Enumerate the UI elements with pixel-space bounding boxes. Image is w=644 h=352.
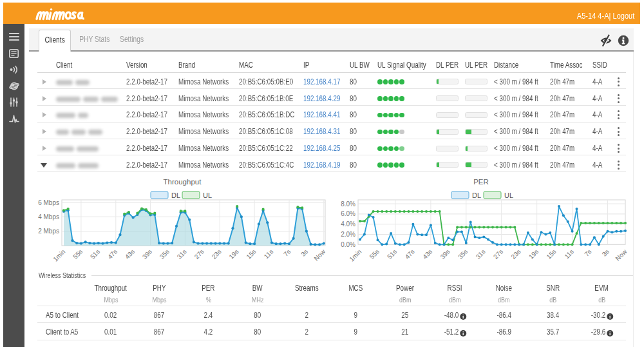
svg-text:UL: UL — [504, 191, 513, 199]
svg-text:Throughput: Throughput — [164, 178, 202, 186]
svg-text:11s: 11s — [563, 248, 575, 260]
svg-text:Now: Now — [614, 248, 628, 262]
svg-text:55s: 55s — [368, 248, 381, 260]
svg-text:1min: 1min — [52, 248, 66, 263]
svg-text:DL: DL — [171, 191, 180, 199]
svg-text:7s: 7s — [583, 248, 592, 258]
svg-text:19s: 19s — [227, 248, 240, 260]
svg-text:39s: 39s — [141, 248, 153, 260]
svg-text:23s: 23s — [211, 248, 223, 260]
svg-text:4.0%: 4.0% — [341, 220, 355, 228]
svg-text:3s: 3s — [601, 248, 611, 258]
svg-text:DL: DL — [472, 191, 481, 199]
svg-text:3s: 3s — [299, 248, 309, 258]
svg-text:27s: 27s — [492, 248, 504, 260]
svg-text:PER: PER — [473, 178, 489, 186]
svg-text:31s: 31s — [475, 248, 487, 260]
svg-text:Now: Now — [312, 248, 327, 262]
svg-text:15s: 15s — [545, 248, 557, 260]
svg-text:6.0%: 6.0% — [341, 210, 355, 217]
svg-text:11s: 11s — [263, 248, 275, 260]
svg-text:8.0%: 8.0% — [341, 200, 355, 208]
svg-text:35s: 35s — [158, 248, 171, 260]
svg-text:51s: 51s — [386, 248, 398, 260]
svg-text:47s: 47s — [106, 248, 118, 260]
svg-text:43s: 43s — [124, 248, 136, 260]
svg-text:15s: 15s — [245, 248, 257, 260]
svg-text:19s: 19s — [527, 248, 540, 260]
svg-text:31s: 31s — [176, 248, 188, 260]
svg-text:2.0%: 2.0% — [341, 231, 355, 238]
svg-text:35s: 35s — [457, 248, 469, 260]
svg-text:4 Mbps: 4 Mbps — [38, 213, 59, 220]
svg-text:47s: 47s — [404, 248, 416, 260]
svg-text:43s: 43s — [421, 248, 433, 260]
svg-text:55s: 55s — [71, 248, 84, 260]
svg-text:2 Mbps: 2 Mbps — [38, 228, 59, 235]
svg-text:51s: 51s — [89, 248, 101, 260]
svg-text:1min: 1min — [348, 248, 363, 263]
svg-text:0.0%: 0.0% — [341, 241, 355, 248]
svg-text:27s: 27s — [193, 248, 205, 260]
svg-text:UL: UL — [203, 191, 212, 199]
svg-text:6 Mbps: 6 Mbps — [38, 199, 59, 206]
svg-text:7s: 7s — [282, 248, 292, 258]
svg-text:23s: 23s — [509, 248, 522, 260]
svg-text:39s: 39s — [439, 248, 451, 260]
